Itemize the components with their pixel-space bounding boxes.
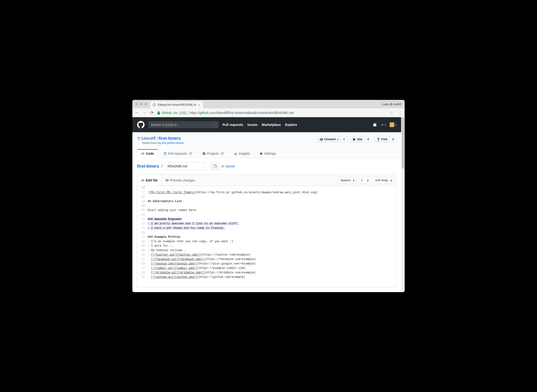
bookmark-star-icon[interactable]: ☆ bbox=[390, 110, 393, 115]
tab-close-icon[interactable]: × bbox=[198, 103, 200, 107]
breadcrumb-root[interactable]: first-timers bbox=[137, 164, 159, 169]
nav-issues[interactable]: Issues bbox=[247, 123, 258, 127]
projects-icon bbox=[202, 152, 206, 155]
or-cancel: or cancel bbox=[221, 164, 235, 168]
tab-projects[interactable]: Projects 0 bbox=[198, 149, 229, 158]
browser-window: Editing first-timers/README.m × Luke @ A… bbox=[132, 100, 405, 292]
forked-from-link[interactable]: my-first-pr/first-timers bbox=[157, 141, 184, 145]
github-search[interactable]: Search or jump to... / bbox=[148, 121, 219, 128]
repo-name-link[interactable]: first-timers bbox=[159, 136, 181, 141]
tab-insights[interactable]: Insights bbox=[230, 149, 254, 158]
nav-explore[interactable]: Explore bbox=[285, 123, 297, 127]
create-menu[interactable]: ＋▾ bbox=[380, 122, 386, 127]
github-header: Search or jump to... / Pull requests Iss… bbox=[132, 117, 401, 132]
code-line[interactable]: 32 [![facebook-alt][facebook-img]](https… bbox=[137, 257, 396, 262]
nav-marketplace[interactable]: Marketplace bbox=[262, 123, 281, 127]
gear-icon bbox=[259, 152, 263, 155]
code-editor[interactable]: 1617![My First PR: First Timers](https:/… bbox=[137, 186, 396, 287]
nav-reload-icon[interactable]: ⟳ bbox=[150, 110, 154, 115]
code-line[interactable]: 35 [![dribbble-alt][dribbble-img]](https… bbox=[137, 271, 396, 275]
url-path: /lukeoliff/first-timers/edit/add-contrib… bbox=[216, 111, 294, 115]
code-line[interactable]: 24- I am pretty awesome and I like to do… bbox=[137, 222, 396, 226]
code-line[interactable]: 16 bbox=[137, 186, 396, 190]
tab-edit-file[interactable]: Edit file bbox=[137, 175, 162, 186]
indent-size-select[interactable]: 2▴▾ bbox=[358, 177, 370, 184]
browser-address-bar: ← → ⟳ GitHub, Inc. [US] | https://github… bbox=[132, 108, 405, 117]
filename-input[interactable] bbox=[165, 162, 205, 170]
fork-icon bbox=[137, 137, 140, 140]
code-line[interactable]: 36 [![github-alt][github-img]](https://g… bbox=[137, 275, 396, 280]
tab-title: Editing first-timers/README.m bbox=[158, 103, 196, 107]
code-line[interactable]: 31- [![twitter-alt][twitter-img]](https:… bbox=[137, 253, 396, 257]
code-line[interactable]: 30- My hobbies include... bbox=[137, 248, 396, 253]
fork-count[interactable]: 2 bbox=[390, 136, 396, 143]
github-nav: Pull requests Issues Marketplace Explore bbox=[223, 123, 297, 127]
forked-from: forked from my-first-pr/first-timers bbox=[142, 141, 184, 145]
nav-pull-requests[interactable]: Pull requests bbox=[223, 123, 243, 127]
url-org: GitHub, Inc. [US] bbox=[162, 111, 186, 115]
url-prefix: https:// bbox=[190, 111, 200, 115]
scrollbar-track[interactable] bbox=[401, 117, 405, 292]
line-number: 34 bbox=[137, 266, 148, 271]
tab-code[interactable]: Code bbox=[137, 149, 158, 158]
line-number: 20 bbox=[137, 204, 148, 208]
indent-mode-select[interactable]: Spaces▴▾ bbox=[338, 177, 356, 184]
code-line[interactable]: 17![My First PR: First Timers](https://m… bbox=[137, 190, 396, 195]
line-number: 22 bbox=[137, 213, 148, 217]
unwatch-group: Unwatch▾ 1 bbox=[317, 136, 348, 143]
fork-button[interactable]: Fork bbox=[374, 136, 390, 143]
tab-settings[interactable]: Settings bbox=[255, 149, 280, 158]
browser-tab[interactable]: Editing first-timers/README.m × bbox=[150, 101, 203, 108]
window-close-dot[interactable] bbox=[135, 103, 138, 106]
fork-icon bbox=[376, 138, 380, 141]
search-placeholder: Search or jump to... bbox=[151, 123, 179, 127]
browser-profile-name[interactable]: Luke @ Auth0 bbox=[379, 103, 405, 106]
notifications-icon[interactable] bbox=[373, 123, 377, 127]
star-count[interactable]: 0 bbox=[365, 136, 372, 143]
window-minimize-dot[interactable] bbox=[140, 103, 143, 106]
editor-tabs: Edit file Preview changes Spaces▴▾ 2▴▾ S… bbox=[137, 175, 396, 186]
user-menu[interactable]: ▾ bbox=[390, 122, 396, 127]
line-number: 17 bbox=[137, 190, 148, 195]
star-icon bbox=[352, 138, 356, 141]
line-number: 18 bbox=[137, 195, 148, 199]
star-button[interactable]: Star bbox=[350, 136, 365, 143]
cancel-link[interactable]: cancel bbox=[225, 164, 234, 168]
tab-preview-changes[interactable]: Preview changes bbox=[162, 175, 199, 186]
code-line[interactable]: 23### Awesome Engineer bbox=[137, 217, 396, 222]
wrap-mode-select[interactable]: Soft wrap▴▾ bbox=[372, 177, 393, 184]
code-line[interactable]: 34 [![tumblr-alt][tumblr-img]](https://e… bbox=[137, 266, 396, 271]
copy-path-button[interactable] bbox=[211, 162, 219, 170]
code-line[interactable]: 22 bbox=[137, 213, 396, 217]
code-line[interactable]: 33 [![google-img][google-img]](https://p… bbox=[137, 262, 396, 266]
code-line[interactable]: 25- I have a pet Sheep and his name is F… bbox=[137, 226, 396, 230]
code-icon bbox=[141, 179, 144, 182]
scrollbar-thumb[interactable] bbox=[402, 117, 404, 169]
search-slash-hint: / bbox=[212, 122, 216, 127]
code-line[interactable]: 18 bbox=[137, 195, 396, 199]
code-line[interactable]: 26 bbox=[137, 230, 396, 235]
star-group: Star 0 bbox=[350, 136, 371, 143]
line-number: 32 bbox=[137, 257, 148, 262]
code-line[interactable]: 27### Example Profile bbox=[137, 235, 396, 239]
nav-back-icon[interactable]: ← bbox=[135, 110, 139, 115]
nav-forward-icon: → bbox=[142, 110, 147, 115]
unwatch-count[interactable]: 1 bbox=[341, 136, 348, 143]
code-line[interactable]: 28- I'm an example that you can copy, if… bbox=[137, 239, 396, 244]
pr-icon bbox=[163, 152, 167, 155]
code-line[interactable]: 21Start adding your names here: bbox=[137, 208, 396, 213]
github-logo-icon[interactable] bbox=[137, 121, 145, 128]
omnibox[interactable]: GitHub, Inc. [US] | https://github.com/l… bbox=[157, 111, 385, 115]
repo-owner-link[interactable]: lukeoliff bbox=[141, 136, 156, 141]
unwatch-button[interactable]: Unwatch▾ bbox=[317, 136, 341, 143]
code-line[interactable]: 20 bbox=[137, 204, 396, 208]
code-line[interactable]: 19## Contributors List bbox=[137, 199, 396, 204]
line-number: 25 bbox=[137, 226, 148, 230]
tab-pull-requests[interactable]: Pull requests 0 bbox=[159, 149, 197, 158]
line-number: 31 bbox=[137, 253, 148, 257]
window-traffic-lights bbox=[132, 100, 150, 108]
code-line[interactable]: 29- I work for... bbox=[137, 244, 396, 248]
url-host: github.com bbox=[200, 111, 216, 115]
browser-menu-icon[interactable]: ⋮ bbox=[398, 110, 402, 115]
window-zoom-dot[interactable] bbox=[145, 103, 147, 106]
